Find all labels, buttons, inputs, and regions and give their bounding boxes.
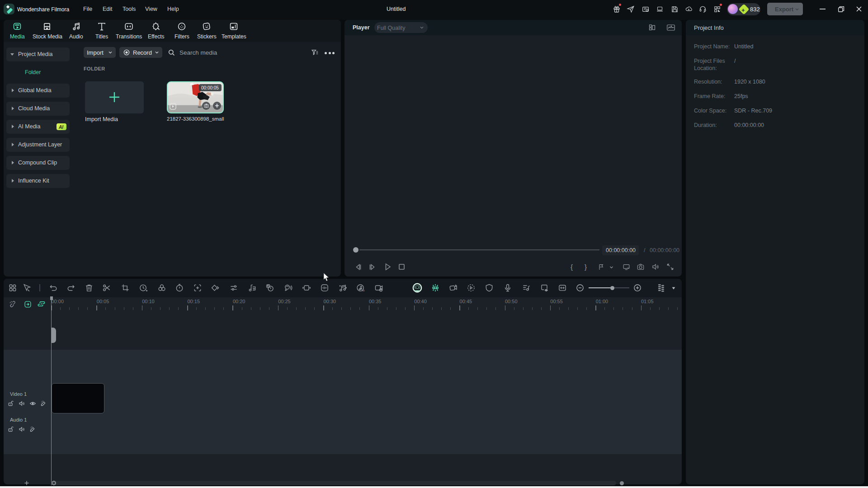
svg-text:AI: AI xyxy=(362,289,365,292)
